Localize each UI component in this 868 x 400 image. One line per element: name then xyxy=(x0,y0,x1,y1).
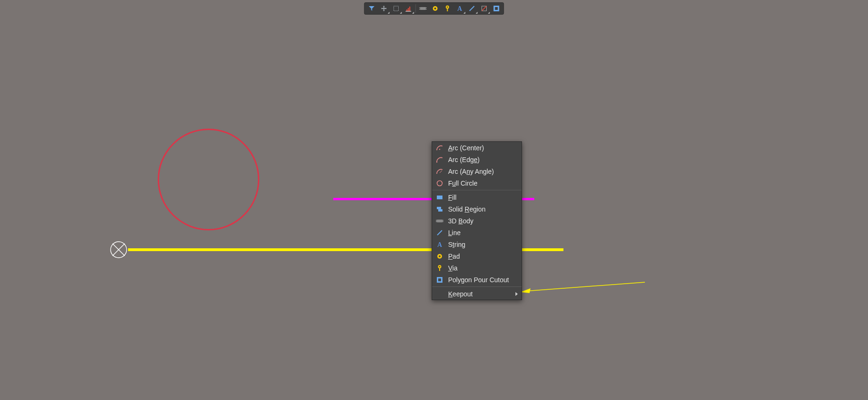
svg-line-37 xyxy=(437,230,442,235)
line-button[interactable] xyxy=(466,3,478,14)
menu-solid-region[interactable]: Solid Region xyxy=(432,203,522,215)
svg-rect-7 xyxy=(419,9,420,9)
menu-pad[interactable]: Pad xyxy=(432,250,522,262)
svg-point-21 xyxy=(111,242,127,258)
menu-item-label: Keepout xyxy=(448,290,515,298)
menu-item-label: String xyxy=(448,241,518,248)
toolbar-separator xyxy=(416,4,416,13)
fill-icon xyxy=(435,193,444,202)
svg-rect-0 xyxy=(394,6,399,11)
svg-point-29 xyxy=(437,180,442,186)
menu-polygon-pour-cutout[interactable]: Polygon Pour Cutout xyxy=(432,274,522,286)
menu-full-circle[interactable]: Full Circle xyxy=(432,177,522,189)
context-menu: Arc (Center) Arc (Edge) Arc (Any Angle) … xyxy=(432,141,522,300)
red-outline-circle xyxy=(158,129,259,230)
empty-icon xyxy=(435,289,444,299)
menu-item-label: Arc (Edge) xyxy=(448,156,518,163)
svg-rect-8 xyxy=(426,8,427,8)
dropdown-indicator xyxy=(488,12,490,14)
svg-rect-34 xyxy=(436,221,437,222)
dropdown-indicator xyxy=(476,12,478,14)
menu-item-label: Arc (Center) xyxy=(448,144,518,152)
menu-string[interactable]: A String xyxy=(432,238,522,250)
solid-region-icon xyxy=(435,204,444,214)
svg-rect-9 xyxy=(426,9,427,9)
menu-arc-any-angle[interactable]: Arc (Any Angle) xyxy=(432,165,522,177)
align-button[interactable] xyxy=(402,3,415,14)
menu-arc-center[interactable]: Arc (Center) xyxy=(432,142,522,154)
svg-rect-20 xyxy=(495,7,498,10)
move-button[interactable] xyxy=(378,3,390,14)
svg-rect-35 xyxy=(442,220,443,220)
menu-item-label: Solid Region xyxy=(448,205,518,213)
svg-point-42 xyxy=(439,266,441,267)
svg-marker-31 xyxy=(437,207,442,212)
menu-item-label: Fill xyxy=(448,194,518,201)
via-place-icon xyxy=(435,263,444,273)
svg-rect-36 xyxy=(442,221,443,222)
menu-arc-edge[interactable]: Arc (Edge) xyxy=(432,154,522,165)
svg-line-28 xyxy=(440,171,442,173)
arc-any-icon xyxy=(435,167,444,176)
menu-item-label: Arc (Any Angle) xyxy=(448,168,518,175)
svg-rect-30 xyxy=(437,196,442,199)
component-button[interactable] xyxy=(417,3,429,14)
svg-rect-3 xyxy=(410,7,410,11)
svg-rect-45 xyxy=(438,278,441,281)
svg-rect-43 xyxy=(439,268,440,271)
menu-item-label: Pad xyxy=(448,253,518,260)
svg-text:A: A xyxy=(457,5,462,12)
svg-point-40 xyxy=(439,255,441,257)
polygon-pour-cutout-button[interactable] xyxy=(490,3,503,14)
dropdown-indicator xyxy=(388,12,390,14)
svg-line-23 xyxy=(113,244,125,256)
svg-point-27 xyxy=(436,161,437,162)
svg-rect-5 xyxy=(420,7,426,10)
menu-3d-body[interactable]: 3D Body xyxy=(432,215,522,227)
svg-rect-6 xyxy=(419,8,420,8)
svg-line-24 xyxy=(525,282,645,291)
shape-button[interactable] xyxy=(478,3,490,14)
menu-item-label: Polygon Pour Cutout xyxy=(448,276,518,284)
menu-keepout[interactable]: Keepout xyxy=(432,288,522,300)
origin-marker xyxy=(110,241,128,259)
svg-point-13 xyxy=(447,7,448,8)
svg-line-22 xyxy=(113,244,125,256)
filter-button[interactable] xyxy=(366,3,378,14)
arc-center-icon xyxy=(435,143,444,153)
svg-point-11 xyxy=(434,8,436,9)
menu-separator xyxy=(432,286,522,287)
svg-text:A: A xyxy=(437,241,442,248)
menu-fill[interactable]: Fill xyxy=(432,191,522,203)
menu-line[interactable]: Line xyxy=(432,227,522,238)
line-place-icon xyxy=(435,228,444,237)
annotation-arrow xyxy=(520,280,647,294)
svg-rect-2 xyxy=(408,8,409,11)
menu-item-label: Full Circle xyxy=(448,180,518,187)
svg-rect-1 xyxy=(407,9,408,11)
polygon-cutout-icon xyxy=(435,275,444,285)
svg-rect-32 xyxy=(437,220,442,222)
dropdown-indicator xyxy=(400,12,402,14)
menu-item-label: Line xyxy=(448,229,518,237)
pad-button[interactable] xyxy=(429,3,442,14)
menu-separator xyxy=(432,190,522,190)
svg-point-26 xyxy=(439,148,440,149)
text-button[interactable]: A xyxy=(454,3,466,14)
string-icon: A xyxy=(435,240,444,249)
svg-line-18 xyxy=(482,6,487,11)
via-button[interactable] xyxy=(442,3,454,14)
full-circle-icon xyxy=(435,179,444,188)
pad-place-icon xyxy=(435,252,444,261)
menu-item-label: 3D Body xyxy=(448,217,518,225)
3d-body-icon xyxy=(435,216,444,226)
top-toolbar: A xyxy=(364,2,504,15)
svg-rect-33 xyxy=(436,220,437,220)
svg-line-16 xyxy=(470,6,474,11)
submenu-arrow-icon xyxy=(515,292,518,296)
dropdown-indicator xyxy=(412,12,414,14)
arc-edge-icon xyxy=(435,155,444,164)
selection-button[interactable] xyxy=(390,3,402,14)
menu-item-label: Via xyxy=(448,264,518,272)
menu-via[interactable]: Via xyxy=(432,262,522,274)
